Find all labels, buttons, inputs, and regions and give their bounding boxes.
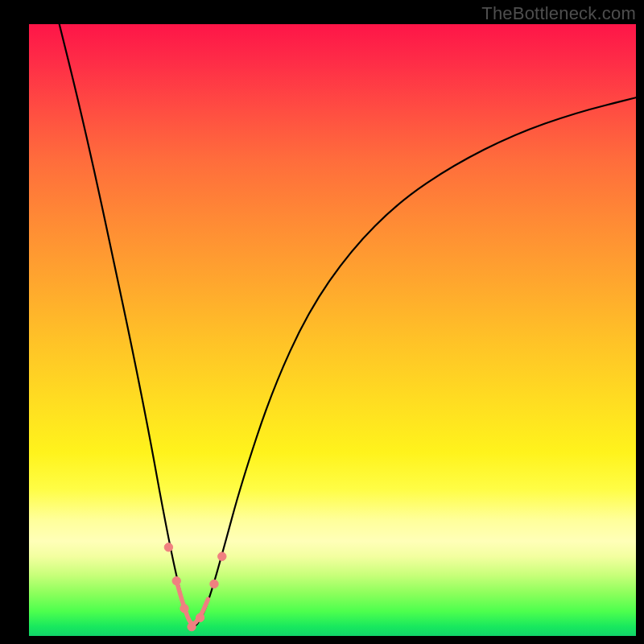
marker-dot xyxy=(210,580,218,588)
plot-area xyxy=(29,24,636,636)
marker-dot xyxy=(180,605,188,613)
marker-dot xyxy=(172,576,180,584)
app-frame: TheBottleneck.com xyxy=(0,0,644,644)
marker-dot xyxy=(188,622,196,630)
chart-svg xyxy=(29,24,636,636)
marker-dots-group xyxy=(164,543,226,631)
watermark-text: TheBottleneck.com xyxy=(481,3,636,24)
bottleneck-curve-line xyxy=(60,24,636,625)
marker-dot xyxy=(164,543,172,551)
marker-dot xyxy=(218,552,226,560)
marker-dot xyxy=(196,613,204,621)
